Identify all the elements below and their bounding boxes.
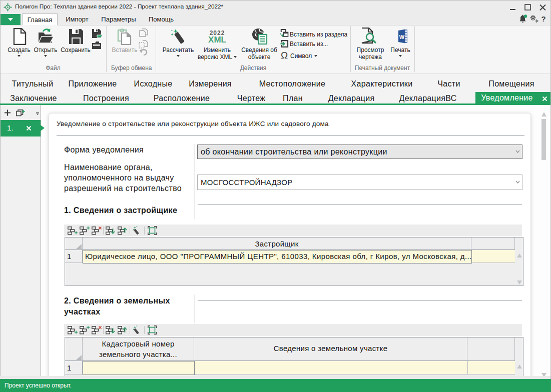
svg-text:W: W bbox=[399, 34, 405, 40]
svg-text:?: ? bbox=[541, 14, 545, 23]
